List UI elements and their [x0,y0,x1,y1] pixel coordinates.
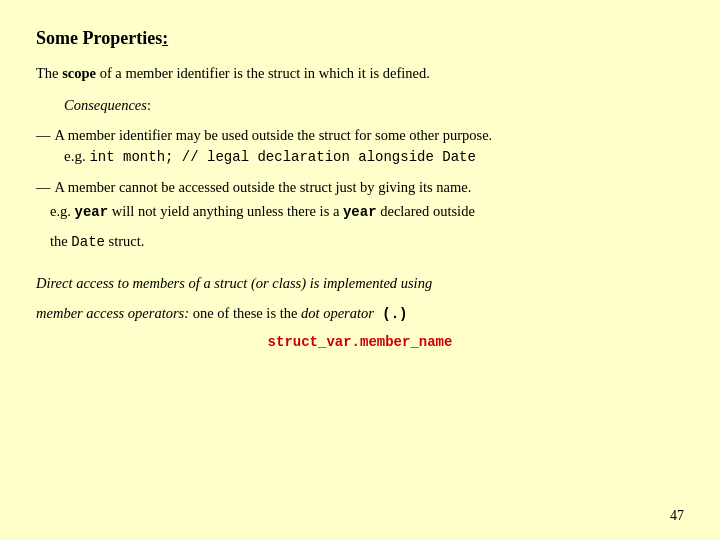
year-code1: year [75,204,109,220]
dot-operator-code: (.) [374,306,408,322]
bullet2-line3: the Date struct. [50,231,684,253]
year-code2: year [343,204,377,220]
slide-title: Some Properties: [36,28,684,49]
date-code: Date [71,234,105,250]
the-prefix: the [50,233,71,249]
title-text: Some Properties: [36,28,168,48]
bullet2-text3: declared outside [377,203,475,219]
struct-var-code: struct_var.member_name [268,334,453,350]
scope-prefix: The [36,65,62,81]
bullet1-code: e.g. int month; // legal declaration alo… [64,148,684,165]
bullet2-text1: A member cannot be accessed outside the … [55,177,472,199]
consequences-text: Consequences [64,97,147,113]
bullet2-section: — A member cannot be accessed outside th… [36,177,684,253]
eg-prefix: e.g. [64,148,89,164]
italic-line1: Direct access to members of a struct (or… [36,273,684,295]
italic-line2: member access operators: one of these is… [36,303,684,325]
consequences-colon: : [147,97,151,113]
eg2-prefix: e.g. [50,203,75,219]
dash1: — [36,125,51,147]
italic-text1: Direct access to members of a struct (or… [36,275,432,291]
italic-colon: : [184,305,192,321]
bullet1-text: A member identifier may be used outside … [55,125,493,147]
bullet2-line1: — A member cannot be accessed outside th… [36,177,684,199]
scope-bold: scope [62,65,96,81]
consequences-label: Consequences: [64,95,684,117]
page-number: 47 [670,508,684,524]
italic-member-access: member access operators [36,305,184,321]
dot-operator-italic: dot operator [301,305,374,321]
scope-suffix: of a member identifier is the struct in … [96,65,430,81]
italic-section: Direct access to members of a struct (or… [36,273,684,325]
scope-sentence: The scope of a member identifier is the … [36,63,684,85]
slide: Some Properties: The scope of a member i… [0,0,720,540]
dash2: — [36,177,51,199]
italic-one-of: one of these is the [193,305,301,321]
bullet2-text2: will not yield anything unless there is … [108,203,343,219]
bullet2-line2: e.g. year will not yield anything unless… [50,201,684,223]
struct-code-line: struct_var.member_name [36,333,684,350]
code-line1: int month; // legal declaration alongsid… [89,149,475,165]
struct-suffix: struct. [105,233,144,249]
bullet1-line1: — A member identifier may be used outsid… [36,125,684,147]
bullet1-section: — A member identifier may be used outsid… [36,125,684,166]
